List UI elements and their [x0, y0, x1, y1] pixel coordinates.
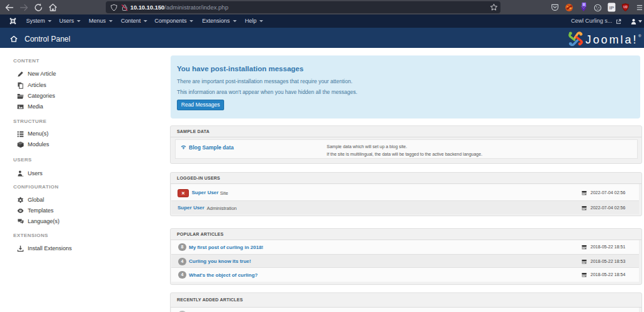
svg-text:B: B — [583, 3, 585, 6]
svg-text:IP: IP — [609, 5, 614, 11]
svg-text:UD: UD — [623, 6, 628, 9]
